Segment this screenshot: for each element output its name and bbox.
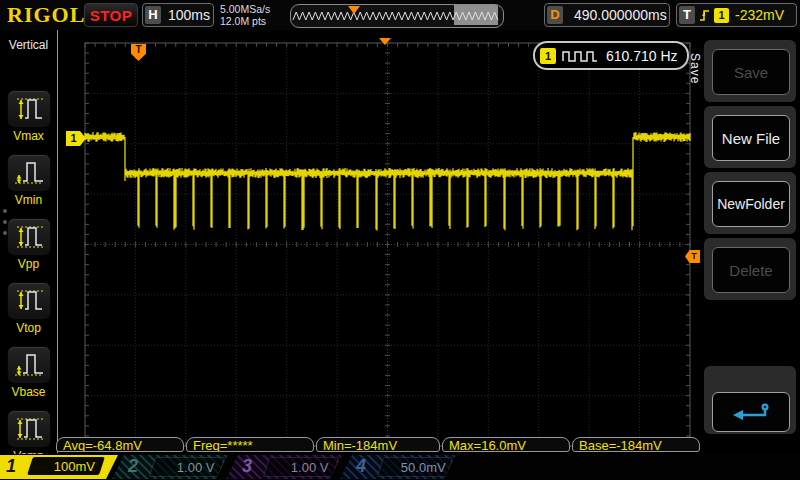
delay-value: 490.000000ms: [574, 7, 667, 23]
run-state-label: STOP: [90, 7, 133, 24]
counter-channel-badge: 1: [540, 48, 556, 64]
menu-block: Delete: [704, 238, 796, 300]
menu-page-indicator: [1, 202, 9, 242]
vbase-label: Vbase: [0, 385, 57, 399]
channel-3-scale: 1.00 V: [291, 460, 329, 475]
channel-1-scale: 100mV: [54, 459, 95, 474]
back-button[interactable]: [712, 392, 790, 432]
trigger-box: T 1 -232mV: [676, 3, 797, 27]
oscilloscope-screen: RIGOL STOP H 100ms 5.00MSa/s 12.0M pts D…: [0, 0, 800, 480]
memory-waveform-preview: [290, 4, 504, 28]
vmin-button[interactable]: [7, 154, 51, 192]
vmax-label: Vmax: [0, 129, 57, 143]
channel-4-number: 4: [356, 456, 366, 477]
vpp-button[interactable]: [7, 218, 51, 256]
memory-depth: 12.0M pts: [220, 15, 270, 27]
channel-2-status[interactable]: 2 1.00 V: [112, 455, 228, 479]
menu-block: New File: [704, 106, 796, 168]
horizontal-timebase-box: H 100ms: [142, 3, 214, 27]
measurement-base: Base=-184mV: [572, 437, 700, 452]
channel-4-scale-box: 50.0mV: [377, 457, 453, 477]
menu-block: Save: [704, 40, 796, 102]
delay-box: D 490.000000ms: [544, 3, 670, 27]
channel-2-scale: 1.00 V: [177, 460, 215, 475]
new-file-button[interactable]: New File: [712, 115, 790, 161]
delete-button[interactable]: Delete: [712, 247, 790, 293]
menu-block: [704, 366, 796, 434]
channel-1-scale-box: 100mV: [27, 457, 105, 475]
vmin-icon: [13, 159, 45, 187]
vamp-icon: [13, 415, 45, 443]
preview-waveform-icon: [291, 5, 501, 25]
graticule-and-trace: [58, 30, 703, 453]
save-menu-tab: Save: [686, 36, 702, 102]
run-state-indicator[interactable]: STOP: [84, 3, 138, 27]
rising-edge-icon: [698, 7, 711, 23]
vbase-button[interactable]: [7, 346, 51, 384]
square-wave-icon: [562, 49, 598, 63]
channel-4-status[interactable]: 4 50.0mV: [340, 455, 456, 479]
new-folder-button[interactable]: NewFolder: [712, 181, 790, 227]
acquisition-info: 5.00MSa/s 12.0M pts: [220, 3, 270, 27]
menu-block: NewFolder: [704, 172, 796, 234]
channel-1-status[interactable]: 1 100mV: [0, 455, 118, 479]
vtop-label: Vtop: [0, 321, 57, 335]
channel-status-bar: 1 100mV 2 1.00 V: [0, 454, 800, 480]
trigger-level-value: -232mV: [735, 7, 784, 23]
channel-2-scale-box: 1.00 V: [149, 457, 225, 477]
sample-rate: 5.00MSa/s: [220, 3, 270, 15]
measurement-max: Max=16.0mV: [442, 437, 570, 452]
counter-value: 610.710 Hz: [606, 48, 678, 64]
vmax-button[interactable]: [7, 90, 51, 128]
horizontal-center-marker: [379, 38, 391, 45]
frequency-counter: 1 610.710 Hz: [533, 41, 689, 70]
measurement-freq: Freq=*****: [186, 437, 314, 452]
vtop-button[interactable]: [7, 282, 51, 320]
channel-3-status[interactable]: 3 1.00 V: [226, 455, 342, 479]
waveform-display: [58, 30, 703, 453]
channel-1-number: 1: [6, 456, 16, 477]
trigger-source-badge: 1: [714, 8, 729, 23]
measurement-avg: Avg=-64.8mV: [56, 437, 184, 452]
delay-label: D: [547, 6, 563, 24]
top-status-bar: RIGOL STOP H 100ms 5.00MSa/s 12.0M pts D…: [0, 0, 800, 30]
channel-3-scale-box: 1.00 V: [263, 457, 339, 477]
measurement-min: Min=-184mV: [316, 437, 440, 452]
vertical-measure-menu: Vertical Vmax Vmin: [0, 30, 57, 453]
timebase-value: 100ms: [168, 7, 210, 23]
horizontal-label: H: [145, 6, 161, 24]
vpp-label: Vpp: [0, 257, 57, 271]
rigol-logo: RIGOL: [7, 2, 85, 28]
trigger-label: T: [679, 6, 695, 24]
channel-3-number: 3: [242, 456, 252, 477]
return-arrow-icon: [729, 400, 773, 424]
save-button[interactable]: Save: [712, 49, 790, 95]
vpp-icon: [13, 223, 45, 251]
left-menu-title: Vertical: [0, 38, 57, 52]
vamp-button[interactable]: [7, 410, 51, 448]
channel-2-number: 2: [128, 456, 138, 477]
vmax-icon: [13, 95, 45, 123]
vbase-icon: [13, 351, 45, 379]
channel-4-scale: 50.0mV: [401, 460, 446, 475]
vtop-icon: [13, 287, 45, 315]
